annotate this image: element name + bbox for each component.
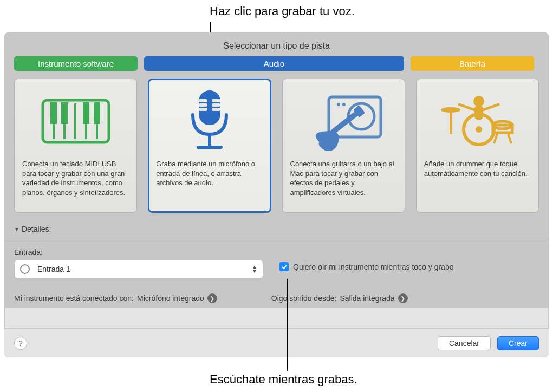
card-software-instrument[interactable]: Conecta un teclado MIDI USB para tocar y… [14, 79, 137, 213]
conn-in-prefix: Mi instrumento está conectado con: [14, 294, 134, 303]
conn-out-value: Salida integrada [340, 294, 394, 303]
guitar-amp-icon [290, 89, 397, 154]
callout-line [287, 279, 288, 371]
svg-rect-23 [331, 110, 360, 135]
card-desc: Añade un drummer que toque automáticamen… [424, 159, 531, 178]
card-desc: Conecta una guitarra o un bajo al Mac pa… [290, 159, 397, 197]
tab-audio[interactable]: Audio [144, 56, 404, 71]
help-button[interactable]: ? [14, 337, 27, 350]
svg-rect-9 [94, 102, 100, 124]
card-microphone[interactable]: Graba mediante un micrófono o entrada de… [148, 79, 271, 213]
svg-rect-8 [83, 102, 89, 124]
input-value: Entrada 1 [37, 265, 70, 273]
card-guitar[interactable]: Conecta una guitarra o un bajo al Mac pa… [282, 79, 405, 213]
input-channel-icon [20, 264, 30, 274]
details-label: Detalles: [22, 225, 51, 233]
chevron-right-icon: ❯ [207, 293, 217, 303]
tab-drums[interactable]: Batería [411, 56, 534, 71]
svg-line-36 [508, 134, 511, 143]
card-desc: Graba mediante un micrófono o entrada de… [156, 159, 263, 188]
track-type-dialog: Seleccionar un tipo de pista Instrumento… [4, 32, 549, 357]
dialog-footer: ? Cancelar Crear [4, 328, 549, 357]
svg-point-25 [473, 96, 484, 107]
details-toggle[interactable]: ▼ Detalles: [4, 221, 549, 239]
svg-line-28 [483, 104, 498, 110]
card-drummer[interactable]: Añade un drummer que toque automáticamen… [416, 79, 539, 213]
callout-listen-yourself: Escúchate mientras grabas. [210, 373, 357, 387]
main-area: Seleccionar un tipo de pista Instrumento… [4, 32, 549, 221]
svg-point-21 [337, 103, 340, 106]
input-connection[interactable]: Mi instrumento está conectado con: Micró… [14, 293, 217, 303]
svg-rect-6 [50, 102, 57, 124]
keyboard-icon [22, 89, 129, 154]
conn-in-value: Micrófono integrado [137, 294, 204, 303]
tab-software-instrument[interactable]: Instrumento software [14, 56, 138, 71]
create-button[interactable]: Crear [497, 336, 539, 350]
callout-record-voice: Haz clic para grabar tu voz. [210, 4, 355, 18]
conn-out-prefix: Oigo sonido desde: [271, 294, 337, 303]
svg-point-32 [476, 126, 482, 133]
svg-line-27 [459, 104, 474, 110]
output-connection[interactable]: Oigo sonido desde: Salida integrada ❯ [271, 293, 408, 303]
tabs: Instrumento software Audio Batería [14, 56, 539, 71]
cancel-button[interactable]: Cancelar [438, 336, 491, 350]
card-desc: Conecta un teclado MIDI USB para tocar y… [22, 159, 129, 197]
drummer-icon [424, 89, 531, 154]
dialog-title: Seleccionar un tipo de pista [14, 39, 539, 56]
input-label: Entrada: [14, 248, 263, 257]
select-arrows-icon: ▲▼ [252, 265, 257, 273]
disclosure-triangle-icon: ▼ [14, 226, 19, 232]
monitor-checkbox[interactable] [279, 262, 289, 271]
details-panel: Entrada: Entrada 1 ▲▼ Quiero oír mi inst… [4, 239, 549, 308]
svg-rect-7 [61, 102, 68, 124]
microphone-icon [156, 89, 263, 154]
chevron-right-icon: ❯ [398, 293, 408, 303]
input-select[interactable]: Entrada 1 ▲▼ [14, 260, 263, 278]
svg-point-22 [342, 103, 346, 106]
monitor-label: Quiero oír mi instrumento mientras toco … [293, 263, 453, 271]
cards-row: Conecta un teclado MIDI USB para tocar y… [14, 71, 539, 221]
